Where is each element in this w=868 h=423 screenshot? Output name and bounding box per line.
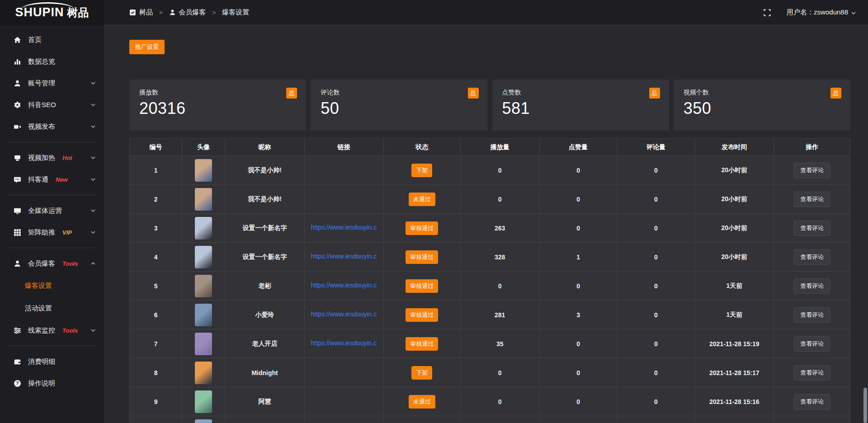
sidebar-item-douketong[interactable]: 抖客通New — [0, 169, 104, 190]
publish-time: 2021-11-28 15:16 — [695, 387, 774, 416]
publish-time: 1天前 — [695, 301, 774, 329]
comments-count: 0 — [617, 185, 695, 214]
stat-total-badge: 总 — [468, 88, 479, 99]
likes-count — [539, 416, 617, 423]
row-id: 7 — [130, 329, 182, 358]
comments-count: 0 — [617, 358, 695, 387]
app-logo[interactable]: SHUPIN 树品 — [0, 0, 104, 25]
nickname: 阿慧 — [259, 398, 271, 405]
video-link[interactable]: https://www.iesdouyin.c — [311, 224, 377, 231]
plays-count: 263 — [495, 225, 505, 232]
plays-count: 328 — [495, 254, 505, 261]
sidebar-item-data-overview[interactable]: 数据总览 — [0, 51, 104, 72]
sidebar-item-consume-detail[interactable]: 消费明细 — [0, 351, 104, 372]
row-id: 3 — [130, 214, 182, 243]
main-content: 推广设置 播放数20316总评论数50总点赞数581总视频个数350总 编号头像… — [104, 25, 868, 423]
status-cell: 审核通过 — [383, 301, 460, 329]
status-badge: 审核通过 — [406, 308, 438, 322]
video-link[interactable]: https://www.iesdouyin.c — [311, 253, 377, 260]
sidebar-item-tag: Hot — [62, 155, 72, 161]
sidebar-item-video-heat[interactable]: 视频加热Hot — [0, 147, 104, 169]
plays-count: 0 — [460, 156, 539, 185]
link-cell: https://www.iesdouyin.c — [304, 301, 383, 329]
plays-count: 0 — [460, 272, 539, 301]
breadcrumb-label: 爆客设置 — [222, 8, 249, 17]
table-header-cell: 点赞量 — [539, 139, 617, 156]
sidebar-item-media-operation[interactable]: 全媒体运营 — [0, 200, 104, 221]
table-row: 5老彬https://www.iesdouyin.c审核通过0001天前查看评论 — [130, 272, 850, 301]
view-comments-button[interactable]: 查看评论 — [794, 278, 830, 294]
view-comments-button[interactable]: 查看评论 — [794, 221, 830, 236]
status-badge: 下架 — [411, 164, 432, 177]
sidebar-item-account-manage[interactable]: 账号管理 — [0, 72, 104, 94]
stat-card: 点赞数581总 — [492, 80, 669, 131]
view-comments-button[interactable]: 查看评论 — [794, 249, 830, 265]
table-header-cell: 头像 — [182, 139, 225, 156]
publish-time: 2021-11-28 15:19 — [709, 340, 760, 348]
sidebar-item-matrix-boost[interactable]: 矩阵助推VIP — [0, 221, 104, 243]
row-id: 3 — [154, 225, 158, 232]
comments-count: 0 — [654, 311, 658, 319]
likes-count: 0 — [576, 167, 580, 174]
member-icon — [14, 260, 21, 268]
row-id: 5 — [154, 282, 158, 290]
breadcrumb-item[interactable]: 树品 — [129, 8, 153, 17]
video-link[interactable]: https://www.iesdouyin.c — [311, 310, 377, 318]
chevron-down-icon — [90, 208, 96, 213]
svg-text:?: ? — [16, 381, 19, 386]
plays-count: 0 — [498, 398, 502, 405]
bar-chart-icon — [14, 58, 21, 66]
stat-label: 评论数 — [321, 89, 477, 97]
sidebar-item-home[interactable]: 首页 — [0, 29, 104, 51]
link-cell: https://www.iesdouyin.c — [304, 272, 383, 301]
likes-count: 0 — [539, 329, 617, 358]
stat-value: 350 — [684, 99, 840, 118]
row-id: 6 — [130, 301, 182, 329]
sidebar-subitem-baoke-settings[interactable]: 爆客设置 — [0, 274, 104, 297]
table-header-row: 编号头像昵称链接状态播放量点赞量评论量发布时间操作 — [130, 139, 850, 156]
view-comments-button[interactable]: 查看评论 — [794, 365, 830, 381]
user-menu[interactable]: 用户名：zswodun88 — [787, 8, 856, 17]
table-header-cell: 操作 — [774, 139, 850, 156]
publish-time: 2021-11-28 15:19 — [695, 329, 774, 358]
row-id: 9 — [154, 398, 158, 405]
promo-settings-button[interactable]: 推广设置 — [129, 40, 165, 54]
nickname: Midnight — [251, 369, 278, 376]
gear-icon — [14, 101, 21, 109]
avatar-cell — [182, 358, 225, 387]
avatar-cell — [182, 301, 225, 329]
sidebar-item-clue-monitor[interactable]: 线索监控Tools — [0, 320, 104, 341]
view-comments-button[interactable]: 查看评论 — [794, 192, 830, 207]
nickname: 老人开店 — [252, 340, 278, 347]
stat-total-badge: 总 — [830, 88, 841, 99]
sidebar-item-video-publish[interactable]: 视频发布 — [0, 116, 104, 137]
sidebar-subitem-activity-settings[interactable]: 活动设置 — [0, 297, 104, 320]
sidebar-item-douyin-seo[interactable]: 抖音SEO — [0, 94, 104, 116]
plays-count: 35 — [460, 329, 539, 358]
view-comments-button[interactable]: 查看评论 — [794, 163, 830, 178]
nickname: 老彬 — [225, 272, 304, 301]
nickname — [225, 416, 304, 423]
sidebar-item-member-baoke[interactable]: 会员爆客Tools — [0, 253, 104, 274]
fullscreen-icon[interactable] — [763, 9, 771, 17]
breadcrumb: 树品>会员爆客>爆客设置 — [129, 8, 249, 17]
view-comments-button[interactable]: 查看评论 — [794, 307, 830, 323]
video-link[interactable]: https://www.iesdouyin.c — [311, 339, 377, 347]
breadcrumb-item[interactable]: 会员爆客 — [169, 8, 206, 17]
table-row: 4设置一个新名字https://www.iesdouyin.c审核通过32810… — [130, 243, 850, 272]
sidebar-item-operation-guide[interactable]: ?操作说明 — [0, 372, 104, 394]
scrollbar-thumb[interactable] — [863, 388, 867, 423]
row-id: 9 — [130, 387, 182, 416]
comments-count: 0 — [617, 387, 695, 416]
video-link[interactable]: https://www.iesdouyin.c — [311, 282, 377, 289]
status-cell: 未通过 — [383, 185, 460, 214]
status-cell: 下架 — [383, 358, 460, 387]
view-comments-button[interactable]: 查看评论 — [794, 336, 830, 352]
nickname: 设置一个新名字 — [243, 224, 287, 231]
view-comments-button[interactable]: 查看评论 — [794, 394, 830, 409]
actions-cell: 查看评论 — [774, 214, 850, 243]
publish-time: 1天前 — [695, 272, 774, 301]
breadcrumb-separator: > — [212, 9, 216, 16]
plays-count: 263 — [460, 214, 539, 243]
plays-count: 281 — [460, 301, 539, 329]
